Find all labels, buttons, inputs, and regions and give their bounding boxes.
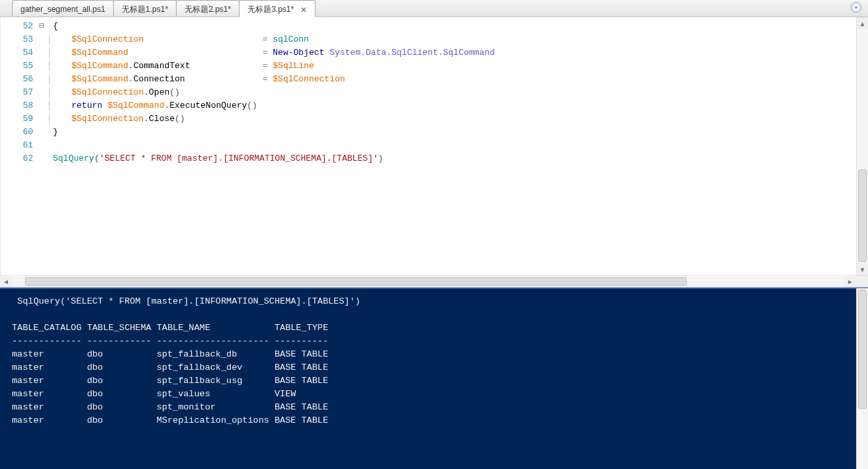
line-number: 52 bbox=[12, 20, 37, 33]
code-content[interactable]: $SqlConnection = sqlConn bbox=[53, 33, 309, 46]
editor-vertical-scrollbar[interactable]: ▲ ▼ bbox=[856, 17, 868, 275]
token: $SqlConnection bbox=[71, 114, 144, 124]
code-content[interactable]: $SqlCommand.CommandText = $SqlLine bbox=[53, 60, 314, 73]
code-line[interactable]: 62SqlQuery('SELECT * FROM [master].[INFO… bbox=[12, 152, 856, 165]
fold-toggle-icon[interactable]: ⊟ bbox=[37, 20, 46, 33]
token bbox=[144, 34, 262, 44]
tab-2[interactable]: 无标题2.ps1* bbox=[176, 0, 239, 16]
tabs-bar: gather_segment_all.ps1无标题1.ps1*无标题2.ps1*… bbox=[0, 0, 868, 17]
fold-toggle-icon bbox=[37, 73, 46, 86]
tab-1[interactable]: 无标题1.ps1* bbox=[113, 0, 177, 16]
token: SqlQuery bbox=[53, 153, 94, 163]
code-line[interactable]: 61 bbox=[12, 139, 856, 152]
code-content[interactable]: $SqlCommand.Connection = $SqlConnection bbox=[53, 73, 345, 86]
scroll-thumb[interactable] bbox=[858, 169, 867, 262]
code-content[interactable]: } bbox=[53, 126, 58, 139]
token: $SqlCommand bbox=[71, 74, 128, 84]
editor-horizontal-scrollbar[interactable]: ◀ ▶ bbox=[0, 275, 868, 287]
code-line[interactable]: 57│$SqlConnection.Open() bbox=[12, 86, 856, 99]
ide-window: gather_segment_all.ps1无标题1.ps1*无标题2.ps1*… bbox=[0, 0, 868, 469]
token: Open bbox=[149, 87, 169, 97]
token: . bbox=[144, 87, 149, 97]
token: $SqlConnection bbox=[273, 74, 345, 84]
indent-guide bbox=[46, 20, 53, 33]
code-content[interactable]: $SqlConnection.Close() bbox=[53, 112, 185, 126]
console-scroll-thumb[interactable] bbox=[858, 290, 867, 409]
line-number: 56 bbox=[12, 73, 37, 86]
code-line[interactable]: 53│$SqlConnection = sqlConn bbox=[12, 33, 856, 46]
code-line[interactable]: 52⊟{ bbox=[12, 20, 856, 33]
indent-guide: │ bbox=[46, 86, 53, 99]
token: ) bbox=[378, 153, 384, 163]
line-number: 55 bbox=[12, 60, 37, 73]
code-content[interactable]: { bbox=[53, 20, 58, 33]
code-line[interactable]: 58│return $SqlCommand.ExecuteNonQuery() bbox=[12, 99, 856, 112]
scroll-left-icon[interactable]: ◀ bbox=[0, 276, 12, 287]
token: = bbox=[263, 74, 268, 84]
indent-guide: │ bbox=[46, 60, 53, 73]
close-icon[interactable]: ✕ bbox=[300, 6, 307, 14]
code-lines[interactable]: 52⊟{53│$SqlConnection = sqlConn54│$SqlCo… bbox=[12, 17, 856, 165]
token: () bbox=[175, 114, 185, 124]
fold-toggle-icon bbox=[37, 139, 46, 152]
line-number: 53 bbox=[12, 33, 37, 46]
indent-guide: │ bbox=[46, 112, 53, 126]
fold-toggle-icon bbox=[37, 33, 46, 46]
indent-guide bbox=[46, 126, 53, 139]
token: $SqlCommand bbox=[108, 101, 165, 110]
scroll-right-icon[interactable]: ▶ bbox=[844, 276, 856, 287]
tab-label: 无标题3.ps1* bbox=[247, 4, 294, 15]
code-line[interactable]: 60} bbox=[12, 126, 856, 139]
token: CommandText bbox=[134, 61, 191, 71]
line-number: 60 bbox=[12, 126, 37, 139]
token bbox=[324, 48, 329, 58]
console-output[interactable]: SqlQuery('SELECT * FROM [master].[INFORM… bbox=[0, 288, 856, 469]
token: () bbox=[247, 101, 257, 110]
token bbox=[185, 74, 263, 84]
fold-toggle-icon bbox=[37, 152, 46, 165]
line-number: 61 bbox=[12, 139, 37, 152]
fold-toggle-icon bbox=[37, 112, 46, 126]
token: System.Data.SqlClient.SqlCommand bbox=[329, 48, 495, 58]
token: return bbox=[71, 101, 103, 110]
code-content[interactable]: $SqlConnection.Open() bbox=[53, 86, 180, 99]
code-line[interactable]: 55│$SqlCommand.CommandText = $SqlLine bbox=[12, 60, 856, 73]
token: () bbox=[169, 87, 180, 97]
indent-guide: │ bbox=[46, 99, 53, 112]
tab-label: 无标题1.ps1* bbox=[122, 4, 168, 15]
token: $SqlCommand bbox=[71, 48, 128, 58]
tab-label: 无标题2.ps1* bbox=[185, 4, 231, 15]
dropdown-icon[interactable] bbox=[851, 2, 861, 13]
token: { bbox=[53, 21, 58, 31]
token: $SqlLine bbox=[273, 61, 314, 71]
indent-guide bbox=[46, 139, 53, 152]
token: $SqlConnection bbox=[71, 87, 144, 97]
tab-0[interactable]: gather_segment_all.ps1 bbox=[12, 0, 114, 16]
console-vertical-scrollbar[interactable] bbox=[856, 288, 868, 469]
code-content[interactable]: return $SqlCommand.ExecuteNonQuery() bbox=[53, 99, 257, 112]
scroll-up-icon[interactable]: ▲ bbox=[857, 17, 868, 29]
scroll-down-icon[interactable]: ▼ bbox=[857, 263, 868, 275]
code-scroll[interactable]: 52⊟{53│$SqlConnection = sqlConn54│$SqlCo… bbox=[12, 17, 856, 275]
editor-area[interactable]: 52⊟{53│$SqlConnection = sqlConn54│$SqlCo… bbox=[0, 17, 868, 275]
fold-toggle-icon bbox=[37, 126, 46, 139]
tab-label: gather_segment_all.ps1 bbox=[21, 5, 105, 14]
hscroll-thumb[interactable] bbox=[25, 277, 687, 286]
code-line[interactable]: 56│$SqlCommand.Connection = $SqlConnecti… bbox=[12, 73, 856, 86]
scroll-corner bbox=[856, 276, 868, 287]
fold-toggle-icon bbox=[37, 60, 46, 73]
console-text[interactable]: SqlQuery('SELECT * FROM [master].[INFORM… bbox=[12, 295, 856, 454]
token: Connection bbox=[134, 74, 185, 84]
code-line[interactable]: 59│$SqlConnection.Close() bbox=[12, 112, 856, 126]
indent-guide: │ bbox=[46, 33, 53, 46]
console-area[interactable]: SqlQuery('SELECT * FROM [master].[INFORM… bbox=[0, 287, 868, 469]
code-content[interactable]: $SqlCommand = New-Object System.Data.Sql… bbox=[53, 46, 495, 60]
tab-3[interactable]: 无标题3.ps1*✕ bbox=[239, 0, 316, 17]
code-content[interactable]: SqlQuery('SELECT * FROM [master].[INFORM… bbox=[53, 152, 383, 165]
token: . bbox=[128, 74, 134, 84]
token: . bbox=[144, 114, 149, 124]
hscroll-track[interactable] bbox=[12, 276, 844, 287]
editor-left-margin bbox=[0, 17, 12, 275]
token bbox=[128, 48, 263, 58]
code-line[interactable]: 54│$SqlCommand = New-Object System.Data.… bbox=[12, 46, 856, 60]
